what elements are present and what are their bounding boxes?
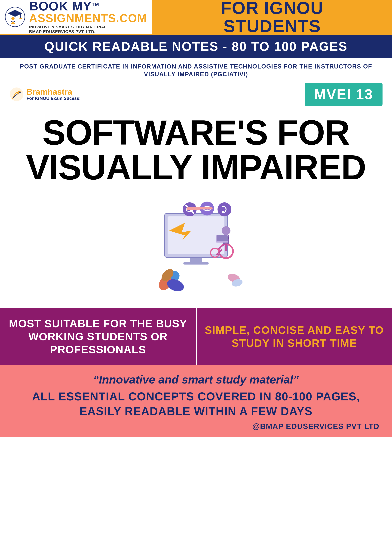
- bramhastra-icon: [9, 87, 24, 102]
- logo-section: BOOK MYTM ASSIGNMENTS.COM INOVATIVE & SM…: [0, 0, 152, 34]
- main-title-line1: SOFTWARE'S FOR: [9, 115, 383, 150]
- bramhastra-logo: Bramhastra For IGNOU Exam Sucess!: [9, 87, 305, 102]
- bramhastra-text: Bramhastra For IGNOU Exam Sucess!: [27, 88, 81, 101]
- svg-point-4: [11, 17, 14, 20]
- svg-rect-2: [20, 13, 21, 18]
- svg-point-5: [10, 88, 23, 101]
- innovative-text: “Innovative and smart study material”: [13, 373, 379, 386]
- svg-rect-12: [183, 262, 209, 264]
- svg-rect-30: [217, 235, 228, 241]
- header-section: BOOK MYTM ASSIGNMENTS.COM INOVATIVE & SM…: [0, 0, 392, 35]
- quick-notes-text: QUICK READABLE NOTES - 80 TO 100 PAGES: [9, 39, 383, 54]
- course-code-text: MVEI 13: [314, 86, 373, 102]
- brand-name-assignments: ASSIGNMENTS.COM: [29, 13, 147, 24]
- course-info-section: POST GRADUATE CERTIFICATE IN INFORMATION…: [0, 58, 392, 80]
- brand-name-top: BOOK MYTM: [29, 0, 147, 13]
- for-ignou-text: FOR IGNOU STUDENTS: [221, 0, 324, 35]
- main-title-section: SOFTWARE'S FOR VISUALLY IMPAIRED: [0, 109, 392, 188]
- main-title-line2: VISUALLY IMPAIRED: [9, 150, 383, 185]
- logo-text-block: BOOK MYTM ASSIGNMENTS.COM INOVATIVE & SM…: [29, 0, 147, 34]
- svg-point-23: [218, 202, 231, 216]
- course-title: POST GRADUATE CERTIFICATE IN INFORMATION…: [9, 63, 383, 78]
- svg-point-26: [222, 226, 230, 235]
- simple-concise-text: SIMPLE, CONCISE AND EASY TO STUDY IN SHO…: [205, 324, 384, 350]
- bmap-footer-text: @BMAP EDUSERVICES PVT LTD: [13, 422, 379, 431]
- bramhastra-row: Bramhastra For IGNOU Exam Sucess! MVEI 1…: [0, 80, 392, 109]
- illustration-container: [141, 194, 251, 299]
- bottom-info-section: MOST SUITABLE FOR THE BUSY WORKING STUDE…: [0, 308, 392, 365]
- illustration-section: [0, 188, 392, 308]
- quick-notes-banner: QUICK READABLE NOTES - 80 TO 100 PAGES: [0, 35, 392, 58]
- simple-concise-panel: SIMPLE, CONCISE AND EASY TO STUDY IN SHO…: [196, 308, 392, 365]
- bmap-footer: @BMAP EDUSERVICES PVT LTD: [13, 422, 379, 431]
- svg-point-3: [19, 18, 22, 19]
- most-suitable-panel: MOST SUITABLE FOR THE BUSY WORKING STUDE…: [0, 308, 196, 365]
- brand-company: BMAP EDUSERVICES PVT. LTD.: [29, 29, 147, 34]
- footer-section: “Innovative and smart study material” AL…: [0, 365, 392, 437]
- most-suitable-text: MOST SUITABLE FOR THE BUSY WORKING STUDE…: [8, 317, 188, 356]
- svg-point-24: [222, 211, 224, 212]
- svg-point-8: [17, 92, 19, 95]
- for-ignou-section: FOR IGNOU STUDENTS: [152, 0, 392, 34]
- svg-rect-11: [190, 258, 202, 262]
- brand-logo-icon: [5, 7, 25, 27]
- svg-rect-22: [198, 207, 213, 210]
- concepts-text: ALL ESSENTIAL CONCEPTS COVERED IN 80-100…: [13, 389, 379, 419]
- brand-tagline: INOVATIVE & SMART STUDY MATERIAL: [29, 25, 147, 29]
- accessibility-illustration: [141, 194, 251, 299]
- course-code-badge: MVEI 13: [305, 83, 383, 106]
